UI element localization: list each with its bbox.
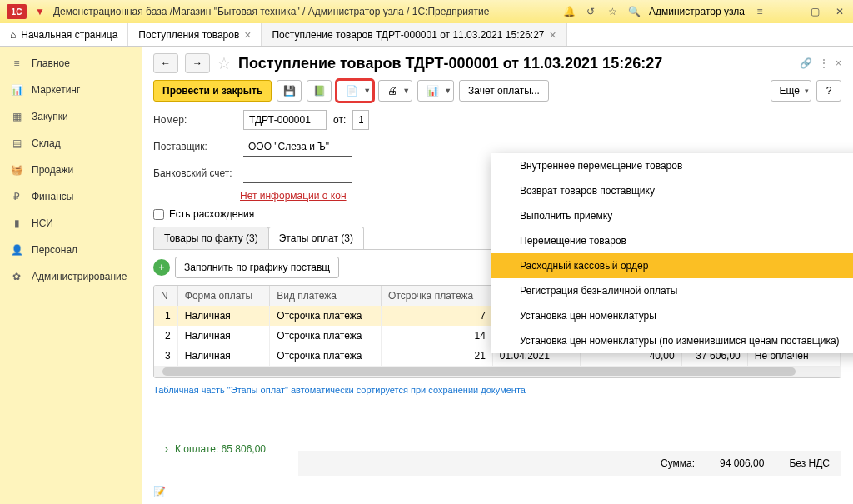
sidebar-item-personnel[interactable]: 👤Персонал: [0, 237, 142, 263]
tab-home-label: Начальная страница: [21, 29, 117, 41]
history-icon[interactable]: ↺: [584, 5, 597, 18]
caret-down-icon: ▼: [402, 87, 410, 95]
window-title: Демонстрационная база /Магазин "Бытовая …: [53, 6, 554, 17]
menu-item[interactable]: Перемещение товаров: [491, 228, 853, 253]
menu-item[interactable]: Возврат товаров поставщику: [491, 178, 853, 203]
report-button[interactable]: 📊▼: [417, 80, 454, 102]
create-based-on-button[interactable]: 📄▼: [337, 80, 373, 102]
horizontal-scrollbar[interactable]: [154, 366, 841, 377]
link-icon[interactable]: 🔗: [800, 57, 812, 69]
note-icon[interactable]: 📝: [153, 486, 166, 497]
floppy-icon: 💾: [283, 85, 296, 97]
column-header[interactable]: N: [154, 286, 177, 306]
number-field[interactable]: [243, 110, 327, 130]
warehouse-icon: ▤: [10, 137, 23, 150]
tab-goods[interactable]: Товары по факту (3): [153, 227, 269, 249]
save-button[interactable]: 💾: [277, 80, 302, 102]
toolbar: Провести и закрыть 💾 📗 📄▼ 🖨▼ 📊▼ Зачет оп…: [153, 80, 841, 102]
chart-icon: 📊: [10, 83, 23, 97]
tab-home[interactable]: ⌂ Начальная страница: [0, 23, 128, 46]
post-and-close-button[interactable]: Провести и закрыть: [153, 80, 272, 102]
logo-1c: 1С: [7, 4, 27, 19]
sidebar-item-main[interactable]: ≡Главное: [0, 50, 142, 77]
menu-item[interactable]: Внутреннее перемещение товаров: [491, 153, 853, 178]
printer-icon: 🖨: [387, 85, 397, 97]
sum-label: Сумма:: [661, 457, 695, 469]
arrow-right-icon: ›: [165, 443, 168, 455]
discrepancies-label: Есть расхождения: [169, 208, 254, 220]
tab-label: Поступления товаров: [138, 29, 239, 41]
tab-document[interactable]: Поступление товаров ТДРТ-000001 от 11.03…: [262, 23, 566, 46]
bank-field[interactable]: [243, 163, 352, 183]
more-icon[interactable]: ⋮: [819, 57, 829, 69]
create-based-on-menu: Внутреннее перемещение товаровВозврат то…: [491, 153, 853, 353]
sidebar-item-sales[interactable]: 🧺Продажи: [0, 157, 142, 183]
to-pay-link[interactable]: К оплате: 65 806,00: [175, 443, 266, 455]
tabs-bar: ⌂ Начальная страница Поступления товаров…: [0, 23, 853, 47]
date-field[interactable]: [352, 110, 369, 130]
footer-totals: Сумма: 94 006,00 Без НДС: [298, 451, 841, 476]
supplier-field[interactable]: [243, 137, 352, 157]
star-icon[interactable]: ☆: [606, 5, 619, 18]
scrollbar-thumb[interactable]: [162, 367, 796, 376]
menu-item[interactable]: Регистрация безналичной оплаты: [491, 278, 853, 303]
help-button[interactable]: ?: [816, 80, 841, 102]
caret-down-icon: ▾: [805, 87, 809, 95]
close-icon[interactable]: ✕: [833, 5, 846, 18]
add-row-button[interactable]: +: [153, 259, 170, 276]
print-button[interactable]: 🖨▼: [378, 80, 412, 102]
menu-item[interactable]: Выполнить приемку: [491, 203, 853, 228]
book-icon: ▮: [10, 217, 23, 230]
titlebar: 1С ▼ Демонстрационная база /Магазин "Быт…: [0, 0, 853, 23]
bell-icon[interactable]: 🔔: [562, 5, 576, 18]
page-title: Поступление товаров ТДРТ-000001 от 11.03…: [238, 55, 793, 72]
settings-icon[interactable]: ≡: [753, 5, 766, 18]
post-button[interactable]: 📗: [307, 80, 332, 102]
favorite-icon[interactable]: ☆: [217, 53, 232, 73]
close-panel-icon[interactable]: ×: [836, 57, 841, 69]
supplier-label: Поставщик:: [153, 141, 237, 152]
number-label: Номер:: [153, 114, 237, 126]
tab-receipts[interactable]: Поступления товаров ×: [128, 23, 262, 46]
column-header[interactable]: Вид платежа: [270, 286, 382, 306]
content: ← → ☆ Поступление товаров ТДРТ-000001 от…: [142, 47, 853, 504]
column-header[interactable]: Отсрочка платежа: [382, 286, 493, 306]
ruble-icon: ₽: [10, 190, 23, 203]
sidebar-item-nsi[interactable]: ▮НСИ: [0, 210, 142, 237]
tab-close-icon[interactable]: ×: [244, 28, 251, 42]
menu-item[interactable]: Установка цен номенклатуры: [491, 303, 853, 328]
hamburger-icon[interactable]: ▼: [35, 6, 45, 17]
column-header[interactable]: Форма оплаты: [177, 286, 270, 306]
fill-schedule-button[interactable]: Заполнить по графику поставщ: [175, 257, 339, 278]
menu-item[interactable]: Установка цен номенклатуры (по изменивши…: [491, 328, 853, 353]
sidebar-item-purchases[interactable]: ▦Закупки: [0, 103, 142, 130]
vat-label[interactable]: Без НДС: [789, 457, 830, 469]
more-button[interactable]: Еще▾: [771, 80, 811, 102]
gear-icon: ✿: [10, 270, 23, 283]
discrepancies-checkbox[interactable]: [153, 209, 164, 220]
search-icon[interactable]: 🔍: [627, 5, 641, 18]
tab-payments[interactable]: Этапы оплат (3): [268, 227, 364, 249]
user-label[interactable]: Администратор узла: [649, 6, 745, 17]
offset-payment-button[interactable]: Зачет оплаты...: [459, 80, 549, 102]
sidebar-item-finance[interactable]: ₽Финансы: [0, 183, 142, 210]
sidebar-item-admin[interactable]: ✿Администрирование: [0, 263, 142, 290]
bank-label: Банковский счет:: [153, 167, 237, 179]
tab-close-icon[interactable]: ×: [550, 28, 556, 42]
nav-back-button[interactable]: ←: [153, 53, 178, 73]
minimize-icon[interactable]: —: [783, 5, 796, 18]
doc-green-icon: 📄: [346, 85, 358, 97]
chart-icon: 📊: [426, 85, 439, 97]
menu-item[interactable]: Расходный кассовый ордер: [491, 253, 853, 278]
basket-icon: 🧺: [10, 163, 23, 177]
nav-forward-button[interactable]: →: [185, 53, 210, 73]
sidebar-item-warehouse[interactable]: ▤Склад: [0, 130, 142, 157]
maximize-icon[interactable]: ▢: [808, 5, 821, 18]
tab-label: Поступление товаров ТДРТ-000001 от 11.03…: [272, 29, 544, 41]
sort-hint: Табличная часть "Этапы оплат" автоматиче…: [153, 385, 841, 395]
caret-down-icon: ▼: [444, 87, 451, 95]
box-icon: ▦: [10, 110, 23, 123]
from-label: от:: [333, 114, 346, 126]
sidebar-item-marketing[interactable]: 📊Маркетинг: [0, 77, 142, 103]
person-icon: 👤: [10, 243, 23, 257]
